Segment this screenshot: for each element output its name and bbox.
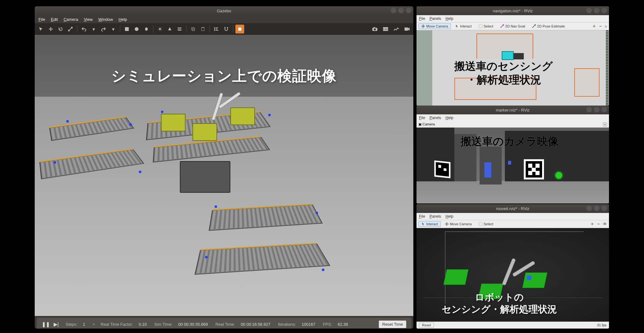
maximize-button[interactable] <box>594 205 600 211</box>
menu-window[interactable]: Window <box>98 17 113 22</box>
redo-tool[interactable] <box>99 25 108 33</box>
minimize-button[interactable] <box>586 8 592 13</box>
close-button[interactable] <box>406 8 411 13</box>
rviz2-overlay-caption: 搬送車のカメラ映像 <box>461 135 558 148</box>
rotate-tool[interactable] <box>56 25 65 33</box>
close-button[interactable] <box>601 107 607 112</box>
menu-help[interactable]: Help <box>446 214 453 219</box>
aruco-marker-right <box>524 159 544 179</box>
select-tool[interactable] <box>37 25 45 33</box>
close-button[interactable] <box>601 8 607 13</box>
menu-help[interactable]: Help <box>446 116 453 120</box>
interact-tool[interactable]: Interact <box>452 23 475 29</box>
rviz1-viewport[interactable]: 搬送車のセンシング ・解析処理状況 <box>417 30 609 106</box>
menu-file[interactable]: File <box>38 17 45 22</box>
interact-icon <box>421 222 425 226</box>
pose-estimate-tool[interactable]: 2D Pose Estimate <box>529 23 568 29</box>
align-tool[interactable] <box>212 25 221 33</box>
svg-rect-5 <box>192 28 195 31</box>
focus-button[interactable]: 👁 <box>603 221 607 227</box>
svg-text:LOG: LOG <box>383 28 388 30</box>
log-tool[interactable]: LOG <box>381 25 390 33</box>
menu-view[interactable]: View <box>84 17 93 22</box>
paste-tool[interactable] <box>198 25 207 33</box>
maximize-button[interactable] <box>594 107 600 112</box>
move-camera-tool[interactable]: Move Camera <box>442 221 475 227</box>
reset-time-button[interactable]: Reset Time <box>379 320 406 328</box>
gazebo-viewport[interactable]: シミュレーション上での検証映像 <box>35 35 413 316</box>
interact-tool[interactable]: Interact <box>418 221 441 227</box>
nav-goal-tool[interactable]: 2D Nav Goal <box>497 23 528 29</box>
rviz2-title: marker.rviz* - RViz <box>496 108 529 112</box>
snap-tool[interactable] <box>222 25 231 33</box>
add-display-button[interactable]: ＋ <box>592 23 596 29</box>
move-camera-tool[interactable]: Move Camera <box>418 23 451 29</box>
record-tool[interactable] <box>403 25 411 33</box>
menu-help[interactable]: Help <box>446 16 453 21</box>
svg-rect-7 <box>202 27 204 28</box>
rviz3-toolbar: Interact Move Camera Select ＋ － 👁 <box>417 220 609 228</box>
redo-dropdown[interactable]: ▾ <box>109 25 118 33</box>
add-display-button[interactable]: ＋ <box>590 221 594 227</box>
undo-dropdown[interactable]: ▾ <box>89 25 98 33</box>
menu-edit[interactable]: Edit <box>51 17 58 22</box>
aruco-marker-left <box>434 160 450 179</box>
svg-rect-15 <box>479 25 482 28</box>
camera-icon: ▣ <box>418 122 422 126</box>
svg-rect-11 <box>374 27 375 28</box>
menu-file[interactable]: File <box>419 116 425 120</box>
gazebo-menubar: File Edit Camera View Window Help <box>35 15 413 23</box>
svg-rect-4 <box>192 27 194 30</box>
nav-goal-icon <box>500 24 504 28</box>
minimize-button[interactable] <box>586 205 592 211</box>
screenshot-tool[interactable] <box>370 25 379 33</box>
view-angle-tool[interactable] <box>235 25 244 33</box>
sphere-primitive[interactable] <box>132 25 141 33</box>
step-button[interactable]: ▶| <box>54 321 60 327</box>
minimize-button[interactable] <box>586 107 592 112</box>
translate-tool[interactable] <box>46 25 55 33</box>
maximize-button[interactable] <box>398 8 404 13</box>
rviz3-viewport[interactable]: ロボットの センシング・解析処理状況 <box>417 228 609 322</box>
more-button[interactable]: » <box>605 24 607 29</box>
svg-rect-2 <box>145 27 148 31</box>
menu-panels[interactable]: Panels <box>429 116 441 120</box>
menu-panels[interactable]: Panels <box>429 214 441 219</box>
move-camera-icon <box>421 24 425 28</box>
menu-file[interactable]: File <box>419 16 425 21</box>
maximize-button[interactable] <box>594 8 600 13</box>
box-primitive[interactable] <box>122 25 131 33</box>
rviz1-menubar: File Panels Help <box>417 15 609 22</box>
panel-close-button[interactable]: × <box>603 123 607 126</box>
rviz1-title: navigation.rviz* - RViz <box>493 9 533 13</box>
plot-tool[interactable] <box>392 25 401 33</box>
menu-camera[interactable]: Camera <box>63 17 78 22</box>
menu-panels[interactable]: Panels <box>429 16 441 21</box>
window-controls <box>391 8 411 13</box>
rviz2-viewport[interactable]: 搬送車のカメラ映像 <box>417 128 609 203</box>
steps-label: Steps: <box>66 322 77 327</box>
pause-button[interactable]: ❚❚ <box>42 321 48 327</box>
cylinder-primitive[interactable] <box>142 25 151 33</box>
close-button[interactable] <box>601 205 607 211</box>
gazebo-title: Gazebo <box>217 9 231 13</box>
rviz-marker-window: marker.rviz* - RViz File Panels Help ▣ C… <box>417 106 609 203</box>
scale-tool[interactable] <box>66 25 75 33</box>
select-tool[interactable]: Select <box>476 221 496 227</box>
remove-display-button[interactable]: － <box>598 23 603 29</box>
point-light[interactable] <box>156 25 164 33</box>
reset-button[interactable]: Reset <box>419 323 434 328</box>
menu-file[interactable]: File <box>419 214 425 219</box>
select-icon <box>479 24 482 28</box>
spot-light[interactable] <box>165 25 174 33</box>
gazebo-window: Gazebo File Edit Camera View Window Help… <box>35 6 413 329</box>
remove-display-button[interactable]: － <box>596 221 601 227</box>
select-tool[interactable]: Select <box>476 23 496 29</box>
undo-tool[interactable] <box>80 25 88 33</box>
copy-tool[interactable] <box>189 25 198 33</box>
minimize-button[interactable] <box>391 8 396 13</box>
svg-rect-16 <box>479 222 482 226</box>
directional-light[interactable] <box>175 25 184 33</box>
nav-robot-marker <box>502 51 514 60</box>
menu-help[interactable]: Help <box>119 17 127 22</box>
